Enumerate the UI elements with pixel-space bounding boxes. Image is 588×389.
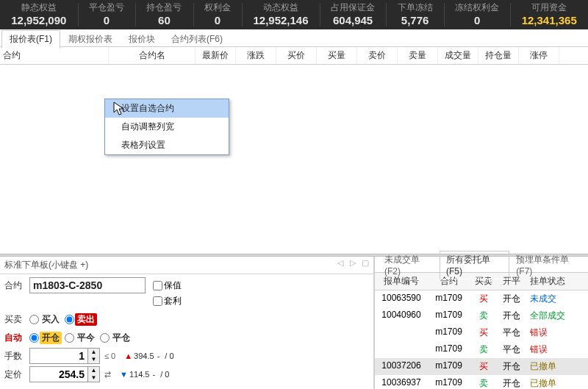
price-col-header[interactable]: 合约 (0, 47, 109, 64)
stat-label: 平仓盈亏 (82, 1, 132, 13)
label-auto: 自动 (4, 332, 29, 344)
stat-label: 冻结权利金 (448, 1, 506, 13)
cell-contract: m1709 (428, 307, 470, 324)
qty-limit: ≤ 0 (104, 351, 115, 360)
stat-cell: 权利金0 (193, 0, 243, 29)
context-menu: 设置自选合约 自动调整列宽 表格列设置 (104, 99, 229, 155)
cell-id: 10036937 (375, 375, 428, 389)
order-row[interactable]: 10037206m1709买开仓已撤单 (375, 358, 588, 375)
price-col-header[interactable]: 最新价 (196, 47, 236, 64)
qty-spinner[interactable]: ▲▼ (29, 348, 100, 364)
ref-lower: 114.5 (120, 370, 149, 379)
tab-conditional[interactable]: 预埋单条件单(F7) (509, 251, 588, 279)
price-col-header[interactable]: 买量 (317, 47, 357, 64)
price-col-header[interactable]: 涨停 (519, 47, 559, 64)
cell-status: 全部成交 (526, 307, 578, 324)
cell-id: 10040960 (375, 307, 428, 324)
context-menu-item-set-custom[interactable]: 设置自选合约 (105, 99, 229, 118)
pane-right-icon[interactable]: ▷ (348, 258, 358, 268)
order-row[interactable]: m1709卖平仓错误 (375, 341, 588, 358)
cell-buysell: 卖 (470, 341, 498, 358)
order-panel-title-bar: 标准下单板(小键盘 +) ◁ ▷ ▢ (0, 257, 373, 274)
radio-close-today[interactable]: 平今 (65, 332, 97, 344)
price-col-header[interactable]: 成交量 (438, 47, 478, 64)
nav-tab-block[interactable]: 报价块 (121, 30, 163, 49)
stat-value: 604,945 (324, 13, 382, 28)
ref-dash2: / 0 (158, 370, 169, 379)
label-price: 定价 (4, 368, 29, 381)
stat-value: 60 (140, 13, 189, 28)
cell-id: 10063590 (375, 290, 428, 307)
stat-label: 下单冻结 (390, 1, 440, 13)
stat-label: 可用资金 (514, 1, 584, 13)
stat-label: 动态权益 (246, 1, 315, 13)
cell-contract: m1709 (428, 290, 470, 307)
price-col-header[interactable]: 卖价 (357, 47, 398, 64)
stat-value: 12,341,365 (514, 13, 584, 28)
cell-buysell: 买 (470, 324, 498, 341)
price-toggle-icon[interactable]: ⇄ (104, 370, 111, 379)
nav-tabs: 报价表(F1) 期权报价表 报价块 合约列表(F6) (0, 29, 588, 47)
cell-openclose: 开仓 (498, 290, 526, 307)
contract-input[interactable] (29, 277, 146, 293)
label-contract: 合约 (4, 279, 29, 292)
spin-down-icon[interactable]: ▼ (88, 356, 99, 363)
radio-buy[interactable]: 买入 (29, 313, 62, 326)
stat-cell: 动态权益12,952,146 (242, 0, 320, 29)
price-spinner[interactable]: ▲▼ (29, 366, 100, 382)
status-bar: 静态权益12,952,090平仓盈亏0持仓盈亏60权利金0动态权益12,952,… (0, 0, 588, 29)
order-list-tabs: 未成交单(F2) 所有委托单(F5) 预埋单条件单(F7) (375, 257, 588, 273)
context-menu-item-auto-width[interactable]: 自动调整列宽 (105, 118, 229, 136)
checkbox-hedge[interactable]: 保值 (153, 279, 182, 292)
order-row[interactable]: m1709买平仓错误 (375, 324, 588, 341)
qty-input[interactable] (30, 349, 87, 363)
order-panel-title: 标准下单板(小键盘 +) (4, 260, 88, 270)
spin-down-icon[interactable]: ▼ (88, 374, 99, 382)
checkbox-arbitrage[interactable]: 套利 (153, 295, 182, 307)
price-col-header[interactable]: 合约名 (109, 47, 196, 64)
cell-buysell: 卖 (470, 375, 498, 389)
price-col-header[interactable]: 涨跌 (236, 47, 276, 64)
radio-close[interactable]: 平仓 (100, 332, 132, 344)
tab-all-orders[interactable]: 所有委托单(F5) (440, 251, 509, 279)
stat-cell: 占用保证金604,945 (320, 0, 387, 29)
nav-tab-option[interactable]: 期权报价表 (60, 30, 121, 49)
price-col-header[interactable]: 持仓量 (478, 47, 519, 64)
cell-buysell: 卖 (470, 307, 498, 324)
stat-label: 占用保证金 (324, 1, 382, 13)
nav-tab-quote[interactable]: 报价表(F1) (1, 30, 60, 49)
stat-value: 0 (448, 13, 506, 28)
cell-contract: m1709 (428, 375, 470, 389)
price-input[interactable] (30, 367, 87, 382)
order-row[interactable]: 10036937m1709卖开仓已撤单 (375, 375, 588, 389)
stat-value: 0 (82, 13, 132, 28)
pane-close-icon[interactable]: ▢ (360, 258, 370, 268)
spin-up-icon[interactable]: ▲ (88, 349, 99, 356)
order-row[interactable]: 10063590m1709买开仓未成交 (375, 290, 588, 307)
nav-tab-list[interactable]: 合约列表(F6) (163, 30, 231, 49)
cell-id: 10037206 (375, 358, 428, 375)
order-list-body: 10063590m1709买开仓未成交10040960m1709卖开仓全部成交m… (375, 290, 588, 389)
price-col-header[interactable]: 卖量 (398, 47, 438, 64)
cell-status: 已撤单 (526, 375, 578, 389)
radio-open[interactable]: 开仓 (29, 332, 62, 344)
order-row[interactable]: 10040960m1709卖开仓全部成交 (375, 307, 588, 324)
stat-cell: 下单冻结5,776 (386, 0, 444, 29)
context-menu-item-column-settings[interactable]: 表格列设置 (105, 136, 229, 154)
order-panel: 标准下单板(小键盘 +) ◁ ▷ ▢ 合约 保值 套利 买卖 买入 卖出 (0, 257, 375, 389)
price-col-header[interactable]: 买价 (276, 47, 317, 64)
stat-value: 12,952,146 (246, 13, 315, 28)
stat-cell: 冻结权利金0 (444, 0, 511, 29)
price-table-header: 合约合约名最新价涨跌买价买量卖价卖量成交量持仓量涨停 (0, 47, 588, 65)
ref-upper: 394.5 (124, 351, 154, 360)
tab-pending[interactable]: 未成交单(F2) (378, 251, 440, 279)
radio-sell[interactable]: 卖出 (65, 313, 97, 326)
spin-up-icon[interactable]: ▲ (88, 367, 99, 374)
label-buysell: 买卖 (4, 313, 29, 326)
cell-status: 错误 (526, 324, 578, 341)
stat-cell: 可用资金12,341,365 (510, 0, 588, 29)
pane-left-icon[interactable]: ◁ (335, 258, 345, 268)
cell-status: 已撤单 (526, 358, 578, 375)
cell-openclose: 开仓 (498, 307, 526, 324)
cell-openclose: 开仓 (498, 358, 526, 375)
